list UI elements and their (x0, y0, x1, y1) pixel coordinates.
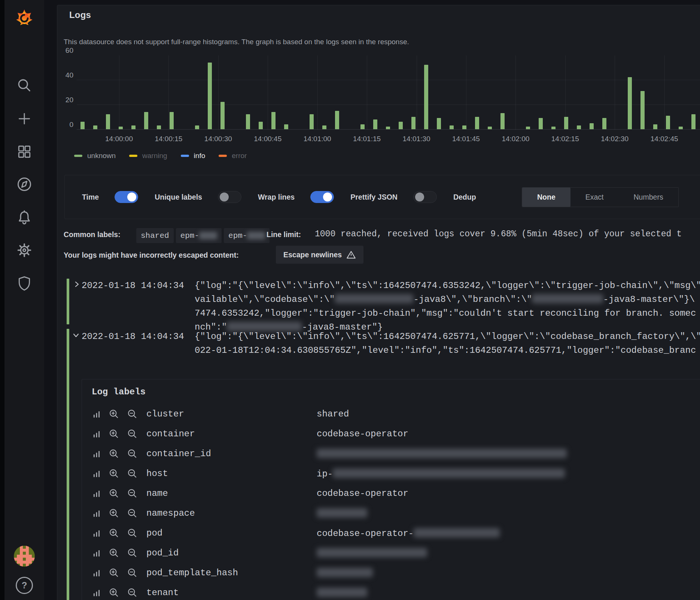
log-timestamp[interactable]: 2022-01-18 14:04:34 (82, 330, 184, 343)
histogram-bar[interactable] (462, 125, 466, 129)
histogram-bar[interactable] (80, 122, 85, 129)
logs-histogram[interactable] (77, 55, 700, 130)
histogram-bar[interactable] (259, 122, 263, 129)
escape-newlines-button[interactable]: Escape newlines (276, 246, 363, 264)
stats-bars-icon[interactable] (92, 470, 101, 478)
histogram-bar[interactable] (157, 125, 161, 129)
histogram-bar[interactable] (577, 125, 581, 129)
legend-item-unknown[interactable]: unknown (74, 152, 116, 160)
histogram-bar[interactable] (590, 123, 594, 130)
add-icon[interactable] (16, 111, 32, 128)
log-message[interactable]: {"log":"{\"level\":\"info\",\"ts\":16425… (195, 330, 700, 357)
wrap-lines-toggle[interactable] (310, 191, 334, 203)
log-timestamp[interactable]: 2022-01-18 14:04:34 (82, 279, 184, 293)
zoom-in-filter-icon[interactable] (109, 429, 119, 439)
histogram-bar[interactable] (93, 125, 97, 129)
stats-bars-icon[interactable] (92, 529, 101, 537)
histogram-bar[interactable] (170, 112, 174, 129)
user-avatar[interactable] (14, 546, 35, 567)
stats-bars-icon[interactable] (92, 569, 101, 577)
zoom-in-filter-icon[interactable] (109, 548, 119, 558)
zoom-out-filter-icon[interactable] (127, 548, 137, 558)
histogram-bar[interactable] (399, 122, 403, 129)
search-icon[interactable] (16, 77, 33, 95)
histogram-bar[interactable] (475, 117, 479, 129)
zoom-out-filter-icon[interactable] (127, 429, 137, 439)
zoom-in-filter-icon[interactable] (109, 469, 119, 479)
histogram-bar[interactable] (284, 124, 288, 129)
zoom-in-filter-icon[interactable] (109, 488, 119, 499)
histogram-bar[interactable] (335, 111, 339, 130)
histogram-bar[interactable] (500, 113, 505, 129)
zoom-in-filter-icon[interactable] (109, 449, 119, 459)
grafana-logo-icon[interactable] (13, 7, 35, 30)
zoom-out-filter-icon[interactable] (127, 508, 137, 518)
histogram-bar[interactable] (488, 127, 492, 129)
stats-bars-icon[interactable] (92, 509, 101, 518)
histogram-bar[interactable] (450, 125, 454, 129)
stats-bars-icon[interactable] (92, 410, 101, 418)
stats-bars-icon[interactable] (92, 589, 101, 597)
histogram-bar[interactable] (539, 118, 543, 129)
chevron-right-icon[interactable] (73, 280, 81, 290)
histogram-bar[interactable] (144, 112, 148, 129)
zoom-out-filter-icon[interactable] (127, 588, 137, 598)
stats-bars-icon[interactable] (92, 430, 101, 438)
explore-compass-icon[interactable] (16, 176, 33, 194)
histogram-bar[interactable] (628, 77, 632, 129)
histogram-bar[interactable] (360, 124, 365, 129)
server-admin-shield-icon[interactable] (16, 275, 32, 292)
alerting-bell-icon[interactable] (16, 209, 33, 227)
histogram-bar[interactable] (564, 117, 568, 129)
zoom-in-filter-icon[interactable] (109, 588, 119, 598)
histogram-bar[interactable] (551, 127, 556, 129)
dedup-option-numbers[interactable]: Numbers (619, 188, 678, 207)
chevron-down-icon[interactable] (72, 331, 80, 341)
dashboards-icon[interactable] (16, 144, 32, 161)
legend-item-info[interactable]: info (181, 152, 206, 160)
zoom-in-filter-icon[interactable] (109, 528, 119, 538)
histogram-bar[interactable] (666, 116, 670, 129)
zoom-in-filter-icon[interactable] (109, 508, 119, 518)
histogram-bar[interactable] (271, 112, 276, 129)
dedup-option-exact[interactable]: Exact (570, 188, 619, 207)
zoom-out-filter-icon[interactable] (127, 568, 137, 578)
histogram-bar[interactable] (131, 125, 136, 129)
histogram-bar[interactable] (437, 118, 441, 129)
histogram-bar[interactable] (119, 127, 123, 129)
dedup-option-none[interactable]: None (522, 188, 570, 207)
stats-bars-icon[interactable] (92, 490, 101, 498)
histogram-bar[interactable] (106, 114, 110, 129)
histogram-bar[interactable] (246, 114, 250, 129)
zoom-out-filter-icon[interactable] (127, 449, 137, 459)
log-message[interactable]: {"log":"{\"level\":\"info\",\"ts\":16425… (195, 279, 700, 334)
histogram-bar[interactable] (602, 118, 606, 129)
zoom-out-filter-icon[interactable] (127, 488, 137, 499)
histogram-bar[interactable] (373, 119, 377, 129)
histogram-bar[interactable] (208, 63, 212, 129)
histogram-bar[interactable] (386, 127, 390, 129)
legend-item-warning[interactable]: warning (129, 152, 167, 160)
configuration-gear-icon[interactable] (16, 242, 33, 260)
histogram-bar[interactable] (691, 114, 696, 129)
zoom-in-filter-icon[interactable] (109, 568, 119, 578)
zoom-out-filter-icon[interactable] (127, 469, 137, 479)
zoom-in-filter-icon[interactable] (109, 409, 119, 419)
legend-item-error[interactable]: error (219, 152, 247, 160)
histogram-bar[interactable] (411, 117, 416, 129)
histogram-bar[interactable] (679, 127, 683, 129)
stats-bars-icon[interactable] (92, 450, 101, 458)
histogram-bar[interactable] (220, 102, 225, 129)
histogram-bar[interactable] (640, 91, 645, 129)
stats-bars-icon[interactable] (92, 549, 101, 557)
histogram-bar[interactable] (424, 65, 428, 129)
histogram-bar[interactable] (653, 124, 657, 129)
histogram-bar[interactable] (322, 125, 326, 129)
prettify-json-toggle[interactable] (413, 191, 437, 203)
histogram-bar[interactable] (526, 127, 530, 129)
unique-labels-toggle[interactable] (218, 191, 241, 203)
help-icon[interactable]: ? (16, 577, 33, 594)
histogram-bar[interactable] (310, 114, 314, 129)
zoom-out-filter-icon[interactable] (127, 528, 137, 538)
zoom-out-filter-icon[interactable] (127, 409, 137, 419)
